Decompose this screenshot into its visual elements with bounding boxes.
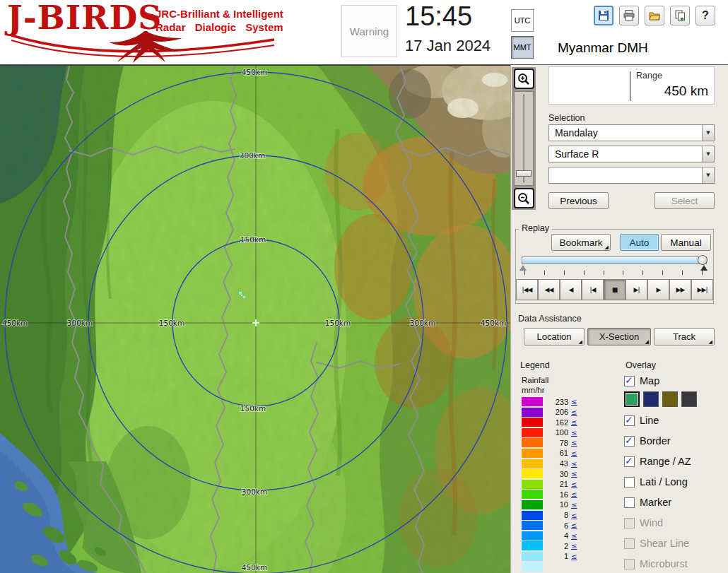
range-ring-label: 450km <box>242 563 267 572</box>
selection-dropdown-3[interactable]: ▼ <box>548 167 715 184</box>
range-az-checkbox[interactable]: ✓ <box>624 456 635 467</box>
overlay-item-line[interactable]: ✓Line <box>624 414 727 427</box>
step-forward-button[interactable]: ▶| <box>626 279 647 300</box>
legend-threshold-link[interactable]: ≤ <box>571 470 577 478</box>
save-button[interactable] <box>594 6 613 25</box>
folder-icon <box>648 9 661 22</box>
app-logo: J-BIRDS JRC-Brilliant & Intelligent Rada… <box>4 1 336 64</box>
auto-mode-button[interactable]: Auto <box>620 234 659 251</box>
legend-threshold-link[interactable]: ≤ <box>571 480 577 488</box>
resize-corner-icon: ◢ <box>645 340 649 345</box>
bookmark-button[interactable]: Bookmark ◢ <box>551 234 611 251</box>
map-region[interactable]: 450km 300km 150km 150km 300km 450km 450k… <box>0 65 510 573</box>
range-ring-label: 450km <box>481 319 506 327</box>
legend-threshold-link[interactable]: ≤ <box>571 449 577 457</box>
legend-entry: 30≤ <box>522 469 577 478</box>
overlay-item-lati-long[interactable]: Lati / Long <box>624 475 727 488</box>
range-display: Range 450 km <box>548 66 715 105</box>
border-checkbox[interactable]: ✓ <box>624 436 635 447</box>
map-style-navy-button[interactable] <box>643 391 659 407</box>
dropdown-value: Mandalay <box>555 127 598 138</box>
timezone-utc-button[interactable]: UTC <box>511 9 534 32</box>
legend-value: 30 <box>546 470 568 478</box>
timeline-track[interactable] <box>522 256 707 264</box>
legend-threshold-link[interactable]: ≤ <box>571 429 577 437</box>
map-style-green-button[interactable] <box>624 391 640 407</box>
print-button[interactable] <box>619 6 639 25</box>
line-checkbox[interactable]: ✓ <box>624 415 635 426</box>
zoom-out-button[interactable] <box>514 188 534 208</box>
overlay-item-map[interactable]: ✓Map <box>624 374 727 387</box>
chevron-down-icon[interactable]: ▼ <box>702 146 714 162</box>
selection-dropdown-2[interactable]: Surface R▼ <box>548 146 715 163</box>
location-button[interactable]: Location◢ <box>524 328 585 345</box>
copy-button[interactable] <box>670 6 690 25</box>
legend-threshold-link[interactable]: ≤ <box>571 501 577 509</box>
legend-threshold-link[interactable]: ≤ <box>571 512 577 519</box>
legend-color-swatch <box>522 438 543 447</box>
zoom-slider-thumb[interactable] <box>516 170 532 177</box>
radar-map-image[interactable]: 450km 300km 150km 150km 300km 450km 450k… <box>0 66 510 573</box>
range-ring-label: 300km <box>242 488 267 496</box>
skip-to-end-button[interactable]: ▶▶| <box>691 279 713 300</box>
legend-entry: 61≤ <box>522 449 577 458</box>
range-ring-label: 450km <box>2 319 28 327</box>
map-style-gray-button[interactable] <box>681 391 697 407</box>
clock-time: 15:45 <box>405 1 472 32</box>
timeline-thumb[interactable] <box>698 255 708 265</box>
chevron-down-icon[interactable]: ▼ <box>702 125 714 141</box>
previous-button[interactable]: Previous <box>548 192 609 209</box>
fast-rewind-button[interactable]: ◀◀ <box>538 279 560 300</box>
map-style-olive-button[interactable] <box>662 391 678 407</box>
legend-threshold-link[interactable]: ≤ <box>571 408 577 416</box>
zoom-in-button[interactable] <box>514 69 534 89</box>
legend-threshold-link[interactable]: ≤ <box>571 521 577 529</box>
legend-threshold-link[interactable]: ≤ <box>571 460 577 468</box>
legend-entry: 78≤ <box>522 438 577 447</box>
timeline-start-marker-icon <box>519 265 527 271</box>
timezone-mmt-button[interactable]: MMT <box>511 36 534 59</box>
map-checkbox[interactable]: ✓ <box>624 376 635 386</box>
legend-threshold-link[interactable]: ≤ <box>571 418 577 426</box>
chevron-down-icon[interactable]: ▼ <box>702 167 714 183</box>
legend-threshold-link[interactable]: ≤ <box>571 532 577 540</box>
selection-dropdown-1[interactable]: Mandalay▼ <box>548 124 715 141</box>
legend-color-swatch <box>522 511 543 520</box>
marker-checkbox[interactable] <box>624 497 635 508</box>
fast-forward-button[interactable]: ▶▶ <box>669 279 691 300</box>
legend-threshold-link[interactable]: ≤ <box>571 542 577 550</box>
legend-color-swatch <box>522 541 543 550</box>
legend-color-swatch <box>522 490 543 499</box>
replay-timeline[interactable] <box>522 256 707 265</box>
legend-threshold-link[interactable]: ≤ <box>571 490 577 498</box>
resize-corner-icon: ◢ <box>605 245 609 250</box>
overlay-item-shear-line: Shear Line <box>624 537 727 550</box>
stop-button[interactable]: ■ <box>604 279 626 300</box>
overlay-item-range-az[interactable]: ✓Range / AZ <box>624 455 727 468</box>
overlay-item-marker[interactable]: Marker <box>624 496 727 509</box>
skip-to-start-button[interactable]: |◀◀ <box>516 279 538 300</box>
overlay-item-label: Map <box>640 375 659 386</box>
select-button[interactable]: Select <box>654 192 715 209</box>
legend-threshold-link[interactable]: ≤ <box>571 553 577 560</box>
legend-value: 100 <box>546 428 568 437</box>
help-button[interactable]: ? <box>695 6 715 25</box>
lati-long-checkbox[interactable] <box>624 477 635 488</box>
warning-indicator[interactable]: Warning <box>341 5 397 57</box>
legend-entry: 162≤ <box>522 418 577 427</box>
range-ring-label: 300km <box>410 319 435 327</box>
overlay-item-border[interactable]: ✓Border <box>624 435 727 447</box>
manual-mode-button[interactable]: Manual <box>661 234 711 251</box>
legend-color-swatch <box>522 459 543 468</box>
open-button[interactable] <box>645 6 664 25</box>
legend-threshold-link[interactable]: ≤ <box>571 439 577 447</box>
play-reverse-button[interactable]: ◀ <box>560 279 582 300</box>
legend-threshold-link[interactable]: ≤ <box>571 398 577 406</box>
x-section-button[interactable]: X-Section◢ <box>587 328 651 345</box>
zoom-slider[interactable] <box>514 91 534 186</box>
step-back-button[interactable]: |◀ <box>582 279 604 300</box>
legend-value: 4 <box>546 531 568 540</box>
track-button[interactable]: Track◢ <box>654 328 715 345</box>
play-button[interactable]: ▶ <box>647 279 669 300</box>
overlay-label: Overlay <box>626 360 656 370</box>
